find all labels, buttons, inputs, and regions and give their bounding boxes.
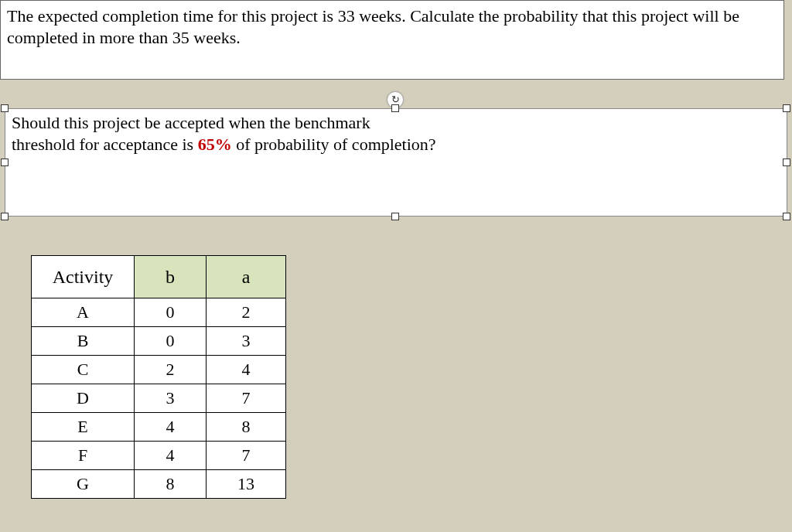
- cell-a: 4: [207, 356, 286, 384]
- header-b: b: [135, 256, 207, 298]
- cell-activity: G: [32, 470, 135, 499]
- q2-line2-pre: threshold for acceptance is: [12, 135, 198, 154]
- cell-b: 0: [135, 298, 207, 327]
- cell-a: 8: [207, 413, 286, 442]
- question-1-text: The expected completion time for this pr…: [7, 6, 739, 47]
- table-row: G813: [32, 470, 286, 499]
- table-row: E48: [32, 413, 286, 442]
- cell-activity: E: [32, 413, 135, 442]
- cell-activity: A: [32, 298, 135, 327]
- cell-a: 2: [207, 298, 286, 327]
- selection-handle[interactable]: [783, 159, 790, 166]
- header-activity: Activity: [32, 256, 135, 298]
- cell-activity: D: [32, 384, 135, 413]
- table-row: D37: [32, 384, 286, 413]
- cell-b: 2: [135, 356, 207, 384]
- table-header-row: Activity b a: [32, 256, 286, 298]
- selection-handle[interactable]: [1, 213, 9, 220]
- selection-handle[interactable]: [783, 104, 790, 112]
- cell-b: 8: [135, 470, 207, 499]
- cell-activity: B: [32, 327, 135, 356]
- selection-handle[interactable]: [391, 213, 399, 220]
- cell-b: 3: [135, 384, 207, 413]
- cell-b: 4: [135, 413, 207, 442]
- cell-a: 7: [207, 384, 286, 413]
- table-row: B03: [32, 327, 286, 356]
- table-row: A02: [32, 298, 286, 327]
- cell-activity: C: [32, 356, 135, 384]
- cell-activity: F: [32, 442, 135, 470]
- question-box-2[interactable]: Should this project be accepted when the…: [5, 108, 787, 217]
- table-row: C24: [32, 356, 286, 384]
- cell-b: 4: [135, 442, 207, 470]
- question-box-1: The expected completion time for this pr…: [0, 0, 784, 80]
- q2-threshold: 65%: [198, 135, 232, 154]
- selection-handle[interactable]: [1, 159, 9, 166]
- q2-line2-post: of probability of completion?: [232, 135, 436, 154]
- cell-a: 3: [207, 327, 286, 356]
- cell-a: 7: [207, 442, 286, 470]
- activity-table: Activity b a A02B03C24D37E48F47G813: [31, 255, 286, 499]
- selection-handle[interactable]: [783, 213, 790, 220]
- table-row: F47: [32, 442, 286, 470]
- selection-handle[interactable]: [1, 104, 9, 112]
- cell-a: 13: [207, 470, 286, 499]
- cell-b: 0: [135, 327, 207, 356]
- header-a: a: [207, 256, 286, 298]
- q2-line1: Should this project be accepted when the…: [12, 113, 370, 132]
- selection-handle[interactable]: [391, 104, 399, 112]
